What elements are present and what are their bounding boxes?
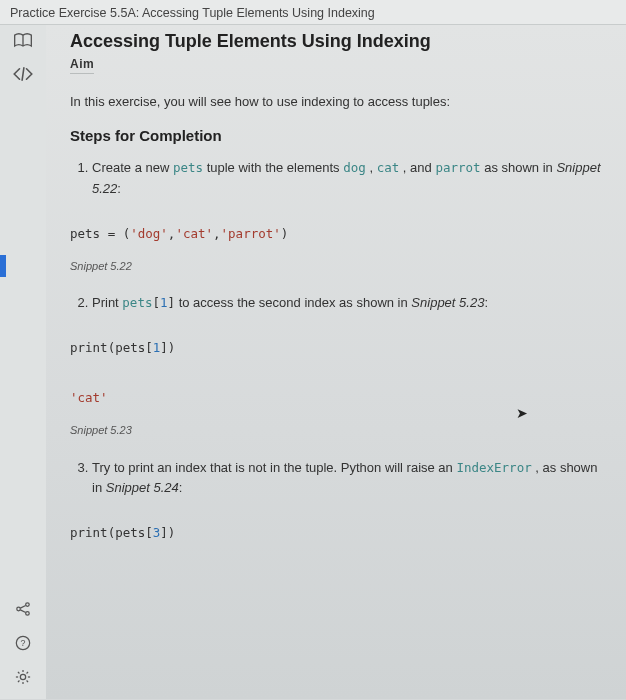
help-icon[interactable]: ? [15, 635, 31, 651]
code-string: 'cat' [175, 226, 213, 241]
code-token-var: pets [122, 295, 152, 310]
step-3: Try to print an index that is not in the… [92, 458, 602, 550]
code-number: 1 [160, 295, 168, 310]
steps-list: Create a new pets tuple with the element… [70, 158, 602, 549]
book-icon[interactable] [13, 33, 33, 49]
step-text: as shown in [481, 160, 557, 175]
cursor-icon: ➤ [516, 405, 528, 421]
tab-bar: Practice Exercise 5.5A: Accessing Tuple … [0, 0, 626, 25]
code-text: ]) [160, 525, 175, 540]
share-icon[interactable] [15, 601, 31, 617]
code-token: dog [343, 160, 366, 175]
code-text: , [213, 226, 221, 241]
step-text: , and [399, 160, 435, 175]
snippet-ref: Snippet 5.23 [411, 295, 484, 310]
code-token: parrot [435, 160, 480, 175]
content-wrap: ? Accessing Tuple Elements Using Indexin… [0, 25, 626, 699]
step-text: Print [92, 295, 122, 310]
left-rail: ? [0, 25, 46, 699]
code-text: ] [168, 295, 176, 310]
code-text: ) [281, 226, 289, 241]
code-token-error: IndexError [456, 460, 531, 475]
svg-point-2 [26, 603, 30, 607]
svg-line-5 [20, 610, 25, 613]
svg-point-1 [17, 607, 21, 611]
step-text: , [366, 160, 377, 175]
svg-line-13 [18, 672, 20, 674]
page-title: Accessing Tuple Elements Using Indexing [70, 31, 602, 52]
code-text: print(pets[ [70, 340, 153, 355]
code-string: 'dog' [130, 226, 168, 241]
aim-label: Aim [70, 57, 94, 74]
code-block-3: print(pets[3]) [70, 517, 602, 549]
step-1: Create a new pets tuple with the element… [92, 158, 602, 275]
code-text: pets = ( [70, 226, 130, 241]
snippet-label-1: Snippet 5.22 [70, 258, 602, 276]
code-text: [ [152, 295, 160, 310]
step-text: : [484, 295, 488, 310]
step-text: : [117, 181, 121, 196]
step-text: Try to print an index that is not in the… [92, 460, 456, 475]
code-block-1: pets = ('dog','cat','parrot') [70, 218, 602, 250]
svg-line-16 [27, 672, 29, 674]
steps-heading: Steps for Completion [70, 127, 602, 144]
main-content: Accessing Tuple Elements Using Indexing … [46, 25, 626, 699]
code-text: print(pets[ [70, 525, 153, 540]
svg-line-15 [18, 681, 20, 683]
code-block-2: print(pets[1]) [70, 332, 602, 364]
step-text: : [179, 480, 183, 495]
code-string: 'cat' [70, 390, 108, 405]
code-token-var: pets [173, 160, 203, 175]
code-token: cat [377, 160, 400, 175]
svg-text:?: ? [21, 638, 26, 648]
code-string: 'parrot' [221, 226, 281, 241]
code-icon[interactable] [12, 67, 34, 81]
svg-line-4 [20, 605, 25, 608]
tab-title: Practice Exercise 5.5A: Accessing Tuple … [10, 6, 375, 20]
snippet-label-2: Snippet 5.23 [70, 422, 602, 440]
svg-point-8 [20, 674, 25, 679]
snippet-ref: Snippet 5.24 [106, 480, 179, 495]
step-text: to access the second index as shown in [175, 295, 411, 310]
step-text: tuple with the elements [203, 160, 343, 175]
svg-line-14 [27, 681, 29, 683]
intro-text: In this exercise, you will see how to us… [70, 94, 602, 109]
code-text: ]) [160, 340, 175, 355]
scroll-indicator [0, 255, 6, 277]
gear-icon[interactable] [15, 669, 31, 685]
step-text: Create a new [92, 160, 173, 175]
svg-point-3 [26, 612, 30, 616]
